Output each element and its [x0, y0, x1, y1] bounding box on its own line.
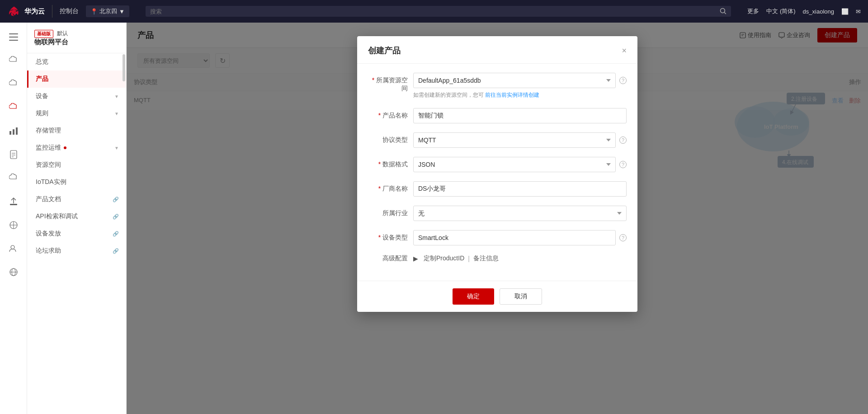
- form-row-device-type: 设备类型 ?: [368, 230, 627, 245]
- protocol-label: 协议类型: [368, 132, 413, 144]
- form-row-protocol: 协议类型 MQTT ?: [368, 132, 627, 148]
- topbar-more[interactable]: 更多: [747, 7, 759, 15]
- svg-rect-5: [9, 131, 11, 135]
- modal-footer: 确定 取消: [357, 281, 637, 312]
- sidebar-icon-users[interactable]: [4, 239, 24, 259]
- resource-space-help-icon[interactable]: ?: [619, 77, 627, 84]
- sidebar-icon-upload[interactable]: [4, 192, 24, 212]
- search-input[interactable]: [150, 8, 720, 15]
- topbar-divider: [52, 5, 52, 18]
- advanced-option2[interactable]: 备注信息: [473, 254, 499, 263]
- modal-body: 所属资源空间 DefaultApp_61a5sddb ? 如需创建新的资源空间，…: [357, 64, 637, 281]
- device-type-help-icon[interactable]: ?: [619, 234, 627, 241]
- topbar-console[interactable]: 控制台: [60, 7, 79, 15]
- sidebar-nav: 基础版 默认 物联网平台 总览 产品 设备 ▼ 规则 ▼ 存储管理 监控运维 ▼…: [27, 23, 127, 414]
- main-content: 产品 使用指南 企业咨询 创建产品 所有资源空间 ↻: [127, 23, 868, 414]
- topbar-terminal-icon[interactable]: ⬜: [841, 8, 849, 15]
- sidebar-badge-label: 默认: [57, 30, 68, 38]
- product-name-input[interactable]: [413, 108, 627, 123]
- sidebar-item-storage[interactable]: 存储管理: [27, 122, 126, 139]
- chevron-down-icon-rules: ▼: [114, 111, 119, 116]
- sidebar-icons: [0, 23, 27, 414]
- svg-rect-6: [13, 129, 14, 135]
- chevron-right-icon[interactable]: ▶: [413, 255, 418, 262]
- external-link-icon-provision: 🔗: [113, 231, 119, 237]
- sidebar-icon-ip[interactable]: [4, 215, 24, 235]
- industry-select[interactable]: 无: [413, 206, 627, 221]
- sidebar-item-rules[interactable]: 规则 ▼: [27, 105, 126, 122]
- sidebar-icon-cloud4[interactable]: [4, 168, 24, 188]
- form-row-data-format: 数据格式 JSON ?: [368, 157, 627, 172]
- resource-space-hint: 如需创建新的资源空间，您可 前往当前实例详情创建: [413, 91, 627, 99]
- sidebar-item-docs[interactable]: 产品文档 🔗: [27, 191, 126, 208]
- svg-point-0: [720, 9, 725, 13]
- manufacturer-label: 厂商名称: [368, 181, 413, 193]
- form-row-product-name: 产品名称: [368, 108, 627, 123]
- topbar-right: 更多 中文 (简体) ds_xiaolong ⬜ ✉: [747, 7, 861, 15]
- svg-point-16: [11, 245, 14, 249]
- sidebar-title: 基础版 默认 物联网平台: [27, 23, 126, 53]
- topbar-user[interactable]: ds_xiaolong: [803, 8, 834, 15]
- modal-close-button[interactable]: ×: [622, 47, 627, 55]
- resource-space-select[interactable]: DefaultApp_61a5sddb: [413, 73, 616, 88]
- svg-rect-3: [9, 37, 18, 38]
- sidebar-item-device-provision[interactable]: 设备发放 🔗: [27, 225, 126, 242]
- sidebar-item-resource-space[interactable]: 资源空间: [27, 156, 126, 174]
- form-row-manufacturer: 厂商名称: [368, 181, 627, 197]
- sidebar-badge: 基础版: [34, 30, 53, 38]
- advanced-option1[interactable]: 定制ProductID: [424, 254, 464, 263]
- modal-title: 创建产品: [368, 45, 401, 56]
- monitor-dot: [64, 146, 66, 149]
- cancel-button[interactable]: 取消: [500, 288, 542, 305]
- resource-space-control: DefaultApp_61a5sddb ? 如需创建新的资源空间，您可 前往当前…: [413, 73, 627, 99]
- create-product-modal: 创建产品 × 所属资源空间 DefaultApp_61a5sddb: [357, 36, 637, 312]
- topbar-search-box[interactable]: [146, 6, 731, 17]
- brand-logo[interactable]: 华为云: [7, 6, 45, 17]
- svg-rect-8: [10, 151, 17, 159]
- topbar: 华为云 控制台 📍 北京四 ▼ 更多 中文 (简体) ds_xiaolong ⬜…: [0, 0, 868, 23]
- sidebar-icon-cloud2[interactable]: [4, 74, 24, 94]
- form-row-resource-space: 所属资源空间 DefaultApp_61a5sddb ? 如需创建新的资源空间，…: [368, 73, 627, 99]
- topbar-lang[interactable]: 中文 (简体): [766, 7, 795, 15]
- chevron-down-icon: ▼: [114, 94, 119, 99]
- device-type-label: 设备类型: [368, 230, 413, 242]
- advanced-separator: |: [468, 255, 470, 262]
- resource-space-label: 所属资源空间: [368, 73, 413, 93]
- sidebar-item-iotda[interactable]: IoTDA实例: [27, 174, 126, 191]
- modal-overlay: 创建产品 × 所属资源空间 DefaultApp_61a5sddb: [127, 23, 868, 414]
- svg-rect-12: [10, 204, 17, 205]
- topbar-region[interactable]: 📍 北京四 ▼: [86, 5, 129, 17]
- protocol-select[interactable]: MQTT: [413, 132, 616, 148]
- sidebar-icon-global[interactable]: [4, 262, 24, 282]
- scrollbar-track[interactable]: [123, 50, 125, 140]
- external-link-icon-api: 🔗: [113, 214, 119, 220]
- device-type-input[interactable]: [413, 230, 616, 245]
- industry-label: 所属行业: [368, 206, 413, 217]
- sidebar-icon-doc[interactable]: [4, 145, 24, 165]
- sidebar-item-product[interactable]: 产品: [27, 71, 126, 88]
- sidebar-icon-cloud1[interactable]: [4, 51, 24, 71]
- scrollbar-thumb[interactable]: [123, 54, 125, 81]
- svg-rect-7: [16, 127, 18, 135]
- product-name-label: 产品名称: [368, 108, 413, 120]
- svg-rect-2: [9, 33, 18, 34]
- sidebar-icon-menu[interactable]: [4, 27, 24, 47]
- confirm-button[interactable]: 确定: [453, 288, 494, 305]
- sidebar-item-forum[interactable]: 论坛求助 🔗: [27, 242, 126, 259]
- sidebar-item-device[interactable]: 设备 ▼: [27, 88, 126, 105]
- search-icon: [720, 8, 727, 15]
- sidebar-item-api[interactable]: API检索和调试 🔗: [27, 208, 126, 225]
- data-format-label: 数据格式: [368, 157, 413, 169]
- svg-rect-4: [9, 40, 18, 41]
- sidebar-icon-chart[interactable]: [4, 121, 24, 141]
- data-format-select[interactable]: JSON: [413, 157, 616, 172]
- sidebar-icon-cloud3[interactable]: [4, 98, 24, 118]
- topbar-message-icon[interactable]: ✉: [856, 8, 861, 15]
- resource-space-hint-link[interactable]: 前往当前实例详情创建: [485, 92, 539, 98]
- manufacturer-input[interactable]: [413, 181, 627, 197]
- sidebar-item-monitor[interactable]: 监控运维 ▼: [27, 139, 126, 156]
- sidebar-item-overview[interactable]: 总览: [27, 53, 126, 71]
- protocol-help-icon[interactable]: ?: [619, 136, 627, 144]
- svg-line-1: [724, 12, 726, 14]
- data-format-help-icon[interactable]: ?: [619, 161, 627, 168]
